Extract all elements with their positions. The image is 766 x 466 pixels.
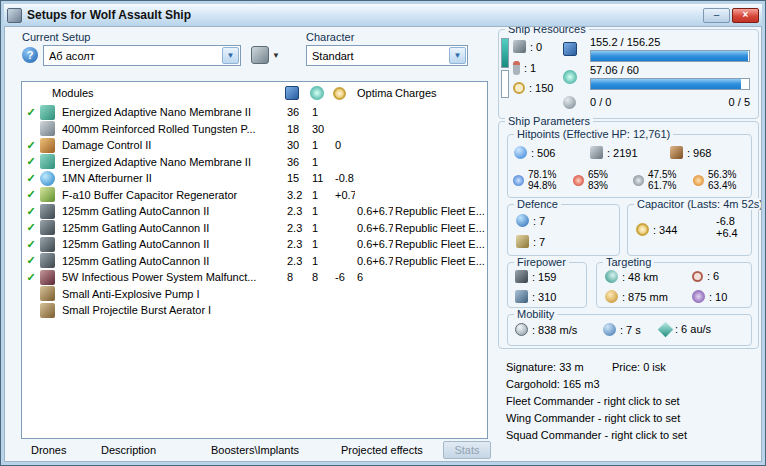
tab-boosters-implants[interactable]: Boosters\Implants [211,444,299,456]
tab-drones[interactable]: Drones [31,444,66,456]
turret-hardpoint-icon [513,40,526,53]
module-name: 125mm Gatling AutoCannon II [60,255,285,267]
module-check-icon: ✓ [22,221,40,234]
armor-defence-icon [516,235,529,248]
capacitor-recharge-value: +6.4 [716,227,738,239]
wing-commander-link[interactable]: Wing Commander - right click to set [506,412,680,424]
module-cpu: 3.2 [285,189,310,201]
module-pg: 1 [310,205,333,217]
neut-module-icon [40,270,55,285]
autocannon-module-icon [40,204,55,219]
capacitor-icon [636,223,649,236]
drone-icon [563,96,576,109]
turret-slots-value: : 0 [530,41,542,53]
module-cap: -0.8 [333,172,355,184]
module-name: Small Anti-Explosive Pump I [60,288,285,300]
structure-hp-item: : 968 [670,146,711,159]
module-pg: 1 [310,106,333,118]
module-cpu: 36 [285,106,310,118]
armor-hp-item: : 2191 [590,146,638,159]
damage-control-module-icon [40,138,55,153]
armor-hp-value: : 2191 [607,147,638,159]
max-targets-value: : 6 [707,270,719,282]
cpu-icon [563,42,577,56]
module-optimal: 0.6+6.7 [355,205,393,217]
client-area: Current Setup ? Аб асолт ▼ ▼ Character S… [4,26,762,462]
squad-commander-link[interactable]: Squad Commander - right click to set [506,429,687,441]
module-name: Energized Adaptive Nano Membrane II [60,156,285,168]
module-charges: Republic Fleet E... [393,255,487,267]
fitting-tools-button[interactable]: ▼ [249,44,282,66]
cap-regen-module-icon [40,187,55,202]
modules-list[interactable]: Modules Optimal Charges ✓ Energized Adap… [21,81,488,439]
module-name: 400mm Reinforced Rolled Tungsten P... [60,123,285,135]
module-row[interactable]: ✓ 5W Infectious Power System Malfunct...… [22,269,487,286]
module-row[interactable]: ✓ 125mm Gatling AutoCannon II 2.3 1 0.6+… [22,203,487,220]
module-row[interactable]: Small Anti-Explosive Pump I [22,286,487,303]
modules-header: Modules Optimal Charges [22,82,487,104]
module-cpu: 2.3 [285,205,310,217]
ship-parameters-group: Ship Parameters Hitpoints (Effective HP:… [498,121,759,349]
character-dropdown[interactable]: Standart ▼ [306,45,468,66]
window-title: Setups for Wolf Assault Ship [27,8,191,22]
stats-button[interactable]: Stats [443,441,491,459]
module-cpu: 8 [285,271,310,283]
kinetic-resist-shield: 47.5% [648,169,676,180]
module-row[interactable]: ✓ 1MN Afterburner II 15 11 -0.8 [22,170,487,187]
module-row[interactable]: ✓ Damage Control II 30 1 0 [22,137,487,154]
kinetic-resist-armor: 61.7% [648,180,676,191]
close-button[interactable]: × [732,8,759,23]
module-cap: +0.7 [333,189,355,201]
tab-description[interactable]: Description [101,444,156,456]
targeting-range-value: : 48 km [622,271,658,283]
minimize-button[interactable]: – [703,8,730,23]
help-icon[interactable]: ? [22,47,38,63]
module-row[interactable]: ✓ Energized Adaptive Nano Membrane II 36… [22,154,487,171]
module-pg: 1 [310,156,333,168]
volley-icon [515,290,528,303]
targeting-group: Targeting : 48 km : 6 : 875 mm : 10 [596,262,752,308]
sensor-strength-item: : 10 [692,290,727,303]
calibration-value: : 150 [529,82,553,94]
autocannon-module-icon [40,220,55,235]
character-dropdown-arrow-icon[interactable]: ▼ [449,47,466,64]
charges-column-header: Charges [393,87,487,99]
module-name: 5W Infectious Power System Malfunct... [60,271,285,283]
shield-defence-icon [516,214,529,227]
module-row[interactable]: ✓ Energized Adaptive Nano Membrane II 36… [22,104,487,121]
sensor-strength-value: : 10 [709,291,727,303]
module-cap: -6 [333,271,355,283]
module-name: 125mm Gatling AutoCannon II [60,222,285,234]
launcher-hardpoint-icon [513,61,520,75]
module-row[interactable]: ✓ 125mm Gatling AutoCannon II 2.3 1 0.6+… [22,220,487,237]
align-time-item: : 7 s [603,323,641,336]
setup-dropdown[interactable]: Аб асолт ▼ [43,45,241,66]
launcher-slots-value: : 1 [524,62,536,74]
module-row[interactable]: ✓ F-a10 Buffer Capacitor Regenerator 3.2… [22,187,487,204]
fleet-commander-link[interactable]: Fleet Commander - right click to set [506,395,680,407]
cpu-usage-bar-fill [591,51,748,61]
module-check-icon: ✓ [22,155,40,168]
module-row[interactable]: ✓ 125mm Gatling AutoCannon II 2.3 1 0.6+… [22,236,487,253]
scan-resolution-item: : 875 mm [605,290,668,303]
em-resist-icon [513,175,524,186]
module-check-icon: ✓ [22,106,40,119]
tab-projected-effects[interactable]: Projected effects [341,444,423,456]
drone-bandwidth-value: 0 / 0 [590,96,611,108]
module-optimal: 0.6+6.7 [355,222,393,234]
hitpoints-group: Hitpoints (Effective HP: 12,761) : 506 :… [507,134,752,198]
module-row[interactable]: Small Projectile Burst Aerator I [22,302,487,319]
em-resist-shield: 78.1% [528,169,556,180]
optimal-column-header: Optimal [355,87,393,99]
module-pg: 1 [310,222,333,234]
shield-hp-value: : 506 [531,147,555,159]
warp-speed-item: : 6 au/s [660,323,711,335]
module-row[interactable]: 400mm Reinforced Rolled Tungsten P... 18… [22,121,487,138]
module-cpu: 30 [285,139,310,151]
powergrid-usage-text: 57.06 / 60 [590,64,639,76]
module-cpu: 2.3 [285,238,310,250]
module-name: F-a10 Buffer Capacitor Regenerator [60,189,285,201]
cargohold-text: Cargohold: 165 m3 [506,378,600,390]
setup-dropdown-arrow-icon[interactable]: ▼ [222,47,239,64]
module-row[interactable]: ✓ 125mm Gatling AutoCannon II 2.3 1 0.6+… [22,253,487,270]
